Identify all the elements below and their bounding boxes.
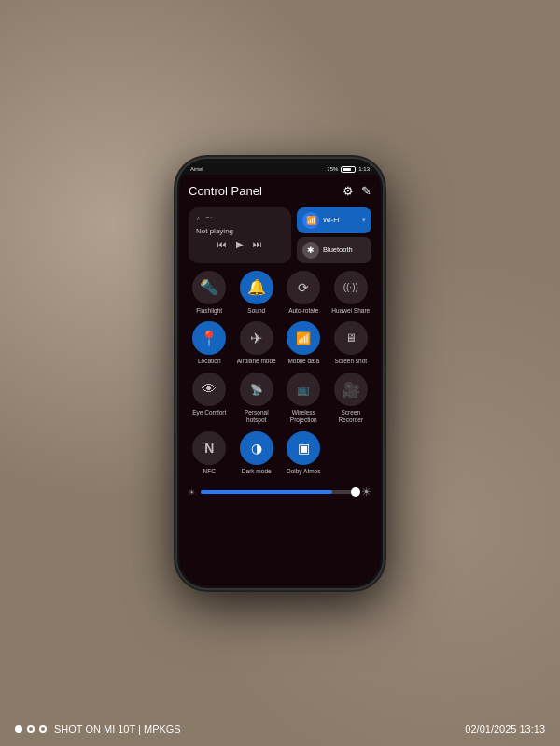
- tiles-row-4: N NFC ◑ Dark mode ▣ Dolby Atmos: [189, 431, 371, 475]
- wave-icon: 〜: [205, 213, 213, 223]
- dolby-label: Dolby Atmos: [287, 468, 321, 475]
- screenshot-icon: 🖥: [334, 321, 368, 355]
- auto-rotate-icon: ⟳: [287, 271, 320, 304]
- wifi-icon: 📶: [302, 212, 319, 229]
- wireless-proj-icon: 📺: [287, 373, 320, 406]
- dot-2: [27, 725, 35, 733]
- tile-huawei-share[interactable]: ((·)) Huawei Share: [330, 271, 372, 315]
- tile-airplane[interactable]: ✈ Airplane mode: [236, 321, 278, 365]
- tiles-row-1: 🔦 Flashlight 🔔 Sound ⟳ Auto-rotate ((·))…: [189, 271, 371, 315]
- airplane-icon: ✈: [240, 321, 273, 355]
- battery-fill: [343, 168, 351, 171]
- airplane-label: Airplane mode: [237, 358, 276, 365]
- bluetooth-toggle[interactable]: ✱ Bluetooth: [297, 237, 371, 263]
- control-panel-header: Control Panel ⚙ ✎: [189, 182, 371, 200]
- control-panel-title: Control Panel: [189, 184, 262, 198]
- flashlight-label: Flashlight: [196, 307, 222, 315]
- tiles-row-3: 👁 Eye Comfort 📡 Personal hotspot 📺 Wirel…: [189, 373, 371, 424]
- dark-mode-icon: ◑: [240, 431, 273, 465]
- status-right: 75% 1:13: [327, 166, 370, 173]
- bluetooth-label: Bluetooth: [323, 246, 366, 254]
- tile-nfc[interactable]: N NFC: [189, 431, 231, 475]
- sound-label: Sound: [247, 307, 265, 315]
- huawei-share-label: Huawei Share: [331, 307, 370, 315]
- hotspot-label: Personal hotspot: [236, 409, 278, 424]
- nfc-icon: N: [192, 431, 226, 465]
- tile-dolby[interactable]: ▣ Dolby Atmos: [283, 431, 325, 475]
- tiles-row-2: 📍 Location ✈ Airplane mode 📶 Mobile data…: [189, 321, 371, 365]
- tile-flashlight[interactable]: 🔦 Flashlight: [189, 271, 231, 315]
- eye-comfort-icon: 👁: [192, 373, 226, 406]
- brightness-track[interactable]: [201, 490, 356, 494]
- flashlight-icon: 🔦: [192, 271, 226, 304]
- screenshot-label: Screen shot: [334, 358, 367, 365]
- phone-shell: Airtel 75% 1:13 Control Panel ⚙ ✎: [177, 159, 383, 588]
- brightness-max-icon: ☀: [361, 486, 371, 499]
- tile-eye-comfort[interactable]: 👁 Eye Comfort: [189, 373, 231, 424]
- huawei-share-icon: ((·)): [334, 271, 368, 304]
- dot-1: [15, 725, 22, 733]
- header-icons: ⚙ ✎: [343, 184, 371, 198]
- carrier-text: Airtel: [190, 166, 203, 172]
- wifi-bt-column: 📶 Wi-Fi ▾ ✱ Bluetooth: [297, 207, 371, 263]
- media-controls: ⏮ ▶ ⏭: [196, 239, 284, 249]
- wifi-label: Wi-Fi: [323, 216, 358, 224]
- media-card: ♪ 〜 Not playing ⏮ ▶ ⏭: [189, 207, 291, 263]
- dark-mode-label: Dark mode: [242, 468, 272, 475]
- top-row: ♪ 〜 Not playing ⏮ ▶ ⏭ 📶 Wi-Fi ▾: [189, 207, 371, 263]
- hotspot-icon: 📡: [240, 373, 273, 406]
- screen-recorder-label: Screen Recorder: [330, 409, 372, 424]
- dolby-icon: ▣: [287, 431, 320, 465]
- next-button[interactable]: ⏭: [253, 239, 262, 249]
- brightness-fill: [201, 490, 332, 494]
- brightness-thumb: [351, 487, 360, 497]
- battery-percent: 75%: [327, 166, 338, 172]
- prev-button[interactable]: ⏮: [217, 239, 227, 249]
- wireless-proj-label: Wireless Projection: [283, 409, 325, 424]
- music-icon: ♪: [196, 214, 200, 222]
- play-button[interactable]: ▶: [236, 239, 244, 249]
- nfc-label: NFC: [203, 468, 216, 475]
- dot-3: [39, 725, 47, 733]
- tile-empty: [330, 431, 372, 475]
- media-top: ♪ 〜: [196, 213, 284, 223]
- brightness-row: ☀ ☀: [189, 482, 371, 502]
- tile-screen-recorder[interactable]: 🎥 Screen Recorder: [330, 373, 372, 424]
- mobile-data-label: Mobile data: [287, 358, 319, 365]
- tile-dark-mode[interactable]: ◑ Dark mode: [236, 431, 278, 475]
- tile-screenshot[interactable]: 🖥 Screen shot: [330, 321, 372, 365]
- location-icon: 📍: [192, 321, 226, 355]
- location-label: Location: [198, 358, 221, 365]
- settings-icon[interactable]: ⚙: [343, 184, 354, 198]
- tile-sound[interactable]: 🔔 Sound: [236, 271, 278, 315]
- wifi-arrow: ▾: [362, 217, 366, 224]
- mobile-data-icon: 📶: [287, 321, 320, 355]
- watermark-date: 02/01/2025 13:13: [465, 724, 545, 735]
- battery-bar: [341, 166, 356, 173]
- tile-auto-rotate[interactable]: ⟳ Auto-rotate: [283, 271, 325, 315]
- tile-mobile-data[interactable]: 📶 Mobile data: [283, 321, 325, 365]
- brightness-min-icon: ☀: [189, 488, 195, 497]
- screen-recorder-icon: 🎥: [334, 373, 368, 406]
- time-display: 1:13: [358, 166, 370, 172]
- eye-comfort-label: Eye Comfort: [192, 409, 226, 416]
- control-panel: Control Panel ⚙ ✎ ♪ 〜 Not playing ⏮: [179, 175, 381, 586]
- watermark-left: SHOT ON MI 10T | MPKGS: [15, 724, 181, 735]
- tile-hotspot[interactable]: 📡 Personal hotspot: [236, 373, 278, 424]
- status-bar: Airtel 75% 1:13: [179, 161, 381, 175]
- auto-rotate-label: Auto-rotate: [288, 307, 318, 315]
- tile-location[interactable]: 📍 Location: [189, 321, 231, 365]
- bluetooth-icon: ✱: [302, 242, 319, 259]
- wifi-toggle[interactable]: 📶 Wi-Fi ▾: [297, 207, 371, 233]
- watermark-brand: SHOT ON MI 10T | MPKGS: [54, 724, 181, 735]
- phone-screen: Airtel 75% 1:13 Control Panel ⚙ ✎: [179, 161, 381, 586]
- tile-wireless-proj[interactable]: 📺 Wireless Projection: [283, 373, 325, 424]
- edit-icon[interactable]: ✎: [361, 184, 371, 198]
- sound-icon: 🔔: [240, 271, 273, 304]
- media-status: Not playing: [196, 227, 284, 235]
- watermark-dots: [15, 725, 47, 733]
